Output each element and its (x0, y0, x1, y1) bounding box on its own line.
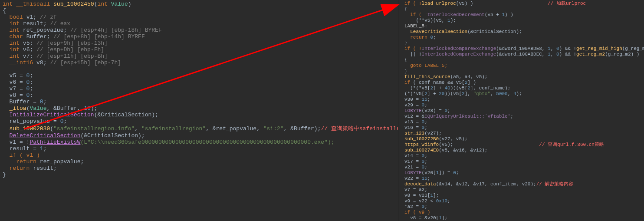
stmt: ] + (433, 86, 444, 91)
arg: (g_reg_mid_high, (622, 46, 644, 51)
kw: goto LABEL_5; (404, 63, 447, 68)
call: InterlockedDecrement (427, 12, 485, 17)
tok: int (10, 53, 20, 59)
stmt: v16 = (404, 125, 422, 130)
stmt: ]; (433, 193, 439, 198)
arg: , (551, 46, 556, 51)
tok: bool (10, 14, 23, 20)
tok: __thiscall (16, 1, 50, 7)
tok: v7; (23, 53, 33, 59)
sym: CQUrlQueryUrlResult::`vftable' (424, 114, 510, 119)
tok: { (404, 57, 407, 63)
tok: ret_popvalue; (23, 27, 67, 33)
str: "safeinstallregion" (141, 125, 206, 132)
num: 0 (40, 99, 43, 105)
num: 1 (548, 52, 551, 57)
num: 1 (439, 215, 442, 221)
arg: Value (30, 105, 46, 112)
comment-cn: // 查询qurl.f.360.cn策略 (539, 142, 604, 147)
ret: return (3, 165, 33, 172)
kw: if ( v1 ) (3, 152, 40, 158)
stmt: v1 = ! (3, 139, 30, 145)
stmt: v17 = (404, 159, 422, 164)
dual-code-pane: int __thiscall sub_10002450(int Value) {… (0, 0, 644, 221)
stmt: v21 = (404, 165, 422, 170)
arg: (v20[ (422, 170, 436, 175)
stmt: ); (450, 18, 456, 23)
tok: { (404, 7, 407, 12)
call: InitializeCriticalSection (10, 112, 94, 118)
id: ret_popvalue; (40, 158, 84, 165)
stmt: v30 = (404, 97, 422, 102)
num: 2 (467, 86, 470, 91)
num: 10 (84, 105, 91, 112)
arg: (&CriticalSection); (467, 29, 522, 34)
arg: (g_reg_m2) ) (605, 52, 639, 57)
num: 15 (422, 97, 427, 102)
stmt: ; (447, 198, 450, 204)
num: 0 (26, 86, 30, 92)
func-name: sub_10002450 (53, 1, 94, 7)
str: "safeinstallregion.info" (53, 125, 135, 132)
arg: ] ) (467, 80, 476, 85)
right-code-pane[interactable]: if ( !load_urlproc(v5) ) // 加载urlproc { … (398, 0, 644, 221)
tok: } (404, 69, 407, 74)
num: 20 (439, 91, 444, 96)
num: 0 (556, 46, 559, 51)
call: _itoa (10, 105, 26, 112)
left-code-pane[interactable]: int __thiscall sub_10002450(int Value) {… (0, 0, 398, 221)
comment-cn: // 解密策略内容 (536, 181, 574, 187)
arg: ]) = (439, 170, 453, 175)
kw: if ( ! (404, 1, 422, 6)
num: 0 (26, 73, 30, 79)
stmt: ; (424, 102, 427, 108)
tok: v5; (23, 40, 33, 46)
comment: // eax (46, 20, 70, 27)
stmt: *a2 = (404, 204, 422, 209)
tok: __int16 (10, 59, 33, 66)
num: 40 (444, 86, 450, 91)
comment: // [esp+Dh] [ebp-Fh] (33, 46, 104, 53)
arg: , &Buffer, (46, 105, 84, 112)
tok: result; (23, 20, 47, 27)
arg: (v5) ) (456, 1, 473, 6)
num: 1 (548, 46, 551, 51)
stmt: v9 = v22 < (404, 198, 436, 204)
tok: ; (433, 35, 436, 40)
stmt: ] + (427, 91, 439, 96)
call: InterlockedCompareExchange (422, 46, 496, 51)
stmt: v6 = (3, 79, 26, 86)
num: 0 (453, 170, 456, 175)
num: 0 (422, 159, 425, 164)
call: get_reg_mid_high (576, 46, 622, 51)
tok: int (10, 40, 20, 46)
num: 2 (424, 91, 427, 96)
call: load_urlproc (422, 1, 456, 6)
stmt: v7 = a2; (404, 187, 427, 192)
stmt: v8 = &v20[ (404, 215, 439, 221)
call: sub_10002030 (10, 125, 50, 132)
stmt: v8 = v20[ (404, 193, 430, 198)
kw: if ( v9 ) (404, 210, 430, 215)
stmt: ]; (442, 215, 447, 221)
comment-cn: // 加载urlproc (548, 1, 586, 6)
tok: int (10, 27, 20, 33)
num: 1 (40, 145, 43, 152)
stmt: ; (424, 119, 427, 125)
arg: , (551, 52, 556, 57)
num: 4 (513, 91, 516, 96)
arg: (v28) = (422, 108, 445, 113)
arg: , (135, 125, 141, 132)
stmt: ; (424, 125, 427, 130)
arg: (v5 + (485, 12, 502, 17)
label: LABEL_5: (404, 23, 427, 29)
str: "qbto" (473, 91, 490, 96)
arg: (&v14, &v12, &v17, conf_item, v20); (436, 181, 536, 187)
num: 2 (462, 91, 465, 96)
call: sub_100274E0 (404, 148, 439, 153)
sp (404, 29, 410, 34)
stmt: , (508, 91, 513, 96)
tok: int (10, 46, 20, 53)
comment-cn: // 查询策略中safeinstallregion.info值 (321, 125, 398, 132)
call: str_123 (404, 131, 424, 136)
